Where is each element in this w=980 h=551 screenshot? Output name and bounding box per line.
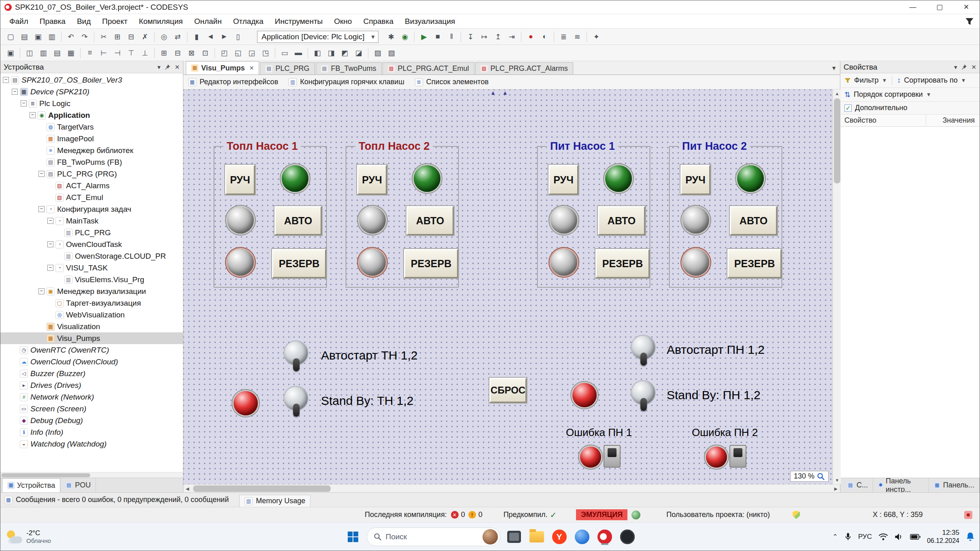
reserve-button[interactable]: РЕЗЕРВ [595, 249, 650, 278]
tree-item-19[interactable]: −▣Менеджер визуализации [0, 285, 183, 297]
move-forward-icon[interactable]: ◲ [245, 47, 258, 60]
hidden-icons-chevron[interactable]: ⌃ [832, 533, 838, 540]
property-column-header[interactable]: Свойство [840, 115, 926, 126]
menu-item-6[interactable]: Онлайн [189, 14, 227, 28]
panel-tab-1[interactable]: ▦Устройства [2, 478, 60, 492]
tree-item-25[interactable]: ☁OwenCloud (OwenCloud) [0, 356, 183, 368]
build-icon[interactable]: ✱ [385, 30, 398, 43]
menu-item-4[interactable]: Проект [96, 14, 133, 28]
run-lamp[interactable] [282, 165, 308, 192]
tree-expander-icon[interactable]: − [38, 206, 45, 212]
auto-button[interactable]: АВТО [406, 206, 454, 235]
hotkeys-config-button[interactable]: ▥Конфигурация горячих клавиш [289, 78, 404, 86]
minimize-button[interactable]: — [899, 0, 926, 14]
properties-dock-tab-1[interactable]: ▤С... [842, 478, 873, 492]
prev-bookmark-icon[interactable]: ◄ [204, 30, 217, 43]
download-icon[interactable]: ▤ [51, 47, 64, 60]
new-project-icon[interactable]: ▢ [4, 30, 17, 43]
center-horizontal-icon[interactable]: ⊥ [138, 47, 151, 60]
tree-item-7[interactable]: ≡Менеджер библиотек [0, 145, 183, 156]
properties-dock-tab-3[interactable]: ▦Панель... [929, 478, 980, 492]
tree-item-13[interactable]: −◔MainTask [0, 215, 183, 227]
taskbar-app-explorer[interactable] [528, 528, 546, 546]
language-indicator[interactable]: РУС [858, 533, 872, 541]
tree-item-31[interactable]: ℹInfo (Info) [0, 426, 183, 438]
panel-tab-2[interactable]: ▤POU [60, 478, 96, 492]
tree-item-27[interactable]: ▸Drives (Drives) [0, 379, 183, 391]
tree-item-6[interactable]: ▦ImagePool [0, 133, 183, 145]
error-pn2-switch[interactable] [729, 445, 746, 468]
pause-icon[interactable]: ‖ [445, 30, 458, 43]
autostart-tn-switch[interactable] [284, 341, 308, 373]
menu-item-10[interactable]: Справка [357, 14, 399, 28]
tree-expander-icon[interactable]: − [12, 89, 18, 95]
editor-tab-2[interactable]: ▤PLC_PRG [260, 62, 315, 74]
stop-icon[interactable]: ■ [431, 30, 444, 43]
reserve-button[interactable]: РЕЗЕРВ [404, 249, 458, 278]
tree-item-15[interactable]: −◔OwenCloudTask [0, 238, 183, 250]
scroll-up-icon[interactable]: ▲ [833, 89, 841, 98]
tree-item-24[interactable]: ◷OwenRTC (OwenRTC) [0, 344, 183, 356]
scroll-down-icon[interactable]: ▼ [833, 476, 841, 484]
tree-item-32[interactable]: ◒Watchdog (Watchdog) [0, 438, 183, 450]
properties-dock-tab-2[interactable]: ✱Панель инстр... [873, 478, 929, 492]
filter-button[interactable]: Фильтр [854, 76, 878, 85]
tree-item-4[interactable]: −◉Application [0, 109, 183, 121]
interface-editor-button[interactable]: ▦Редактор интерфейсов [188, 78, 278, 86]
clear-bookmarks-icon[interactable]: ▯ [232, 30, 244, 43]
background-icon[interactable]: ◩ [338, 47, 351, 60]
tree-item-28[interactable]: #Network (Network) [0, 391, 183, 403]
upload-icon[interactable]: ▦ [64, 47, 77, 60]
tree-expander-icon[interactable]: − [47, 218, 53, 224]
taskbar-app-terminal[interactable] [505, 528, 523, 546]
visualization-filter-icon[interactable] [965, 17, 974, 26]
flow-control-icon[interactable]: ≣ [557, 30, 570, 43]
pin-icon[interactable] [164, 64, 170, 70]
search-highlight-image[interactable] [483, 529, 498, 545]
manual-button[interactable]: РУЧ [680, 165, 710, 195]
microphone-icon[interactable] [844, 532, 852, 541]
tree-item-10[interactable]: ▨ACT_Alarms [0, 180, 183, 191]
auto-lamp[interactable] [227, 207, 254, 234]
weather-widget[interactable]: -2°C Облачно [6, 523, 51, 551]
reserve-button[interactable]: РЕЗЕРВ [272, 249, 326, 278]
battery-icon[interactable] [910, 534, 920, 540]
tree-expander-icon[interactable]: − [47, 241, 53, 247]
editor-tab-4[interactable]: ▨PLC_PRG.ACT_Emul [383, 62, 474, 74]
align-left-icon[interactable]: ≡ [83, 47, 96, 60]
tree-expander-icon[interactable]: − [47, 265, 53, 271]
visualization-canvas[interactable]: ▲▲ Автостарт ТН 1,2 Stand By: ТН 1,2 СБР… [183, 89, 833, 485]
delete-icon[interactable]: ✗ [138, 30, 151, 43]
print-icon[interactable]: ▥ [45, 30, 58, 43]
reserve-lamp[interactable] [551, 249, 577, 276]
editor-horizontal-scrollbar[interactable]: ◀ ▶ [183, 484, 840, 492]
tree-expander-icon[interactable]: − [21, 100, 27, 106]
chevron-down-icon[interactable]: ▼ [882, 77, 887, 83]
tree-item-22[interactable]: ▦Visualization [0, 321, 183, 332]
tools-icon[interactable]: ✦ [590, 30, 603, 43]
undo-icon[interactable]: ↶ [64, 30, 77, 43]
menu-item-7[interactable]: Отладка [227, 14, 269, 28]
tree-expander-icon[interactable]: − [3, 77, 9, 83]
paste-icon[interactable]: ⊟ [125, 30, 138, 43]
canvas-resize-handles[interactable]: ▲▲ [490, 89, 514, 96]
tree-item-26[interactable]: ◁Buzzer (Buzzer) [0, 368, 183, 379]
taskbar-app-yandex[interactable]: Y [551, 528, 568, 546]
bookmark-icon[interactable]: ▮ [190, 30, 203, 43]
standby-pn-switch[interactable] [631, 381, 656, 413]
move-backward-icon[interactable]: ◳ [259, 47, 272, 60]
align-bottom-icon[interactable]: ⊤ [125, 47, 138, 60]
taskbar-app-dark[interactable] [619, 528, 636, 546]
reset-button[interactable]: СБРОС [489, 378, 527, 403]
menu-item-5[interactable]: Компиляция [133, 14, 189, 28]
tree-item-17[interactable]: −◔VISU_TASK [0, 262, 183, 274]
active-application-select[interactable]: Application [Device: Plc Logic] ▼ [257, 31, 378, 43]
advanced-checkbox[interactable]: ✓ [844, 104, 852, 112]
tree-item-11[interactable]: ▨ACT_Emul [0, 191, 183, 203]
logout-icon[interactable]: ▥ [37, 47, 50, 60]
tree-item-5[interactable]: ◍TargetVars [0, 121, 183, 133]
reserve-lamp[interactable] [682, 249, 709, 276]
editor-tab-1[interactable]: ▦Visu_Pumps✕ [186, 61, 259, 74]
reserve-button[interactable]: РЕЗЕРВ [727, 249, 782, 278]
menu-item-11[interactable]: Визуализация [399, 14, 461, 28]
